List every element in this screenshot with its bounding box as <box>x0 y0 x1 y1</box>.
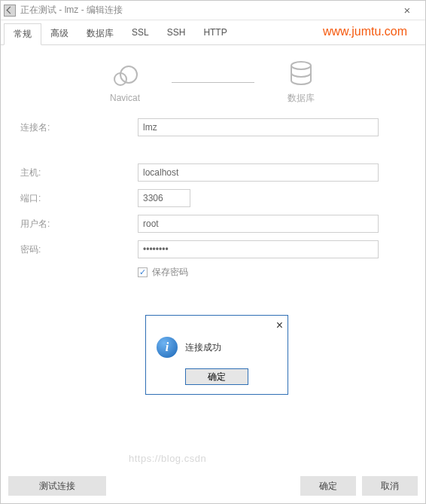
connection-diagram: Navicat 数据库 <box>10 60 416 105</box>
label-port: 端口: <box>10 192 138 205</box>
connection-line <box>172 82 254 83</box>
dialog-titlebar: × <box>146 316 288 332</box>
button-spacer <box>112 476 294 496</box>
checkbox-save-password[interactable]: ✓ <box>138 267 148 277</box>
window-close-button[interactable]: × <box>392 4 422 17</box>
form-spacer <box>10 144 416 156</box>
ok-button[interactable]: 确定 <box>300 476 356 496</box>
database-icon <box>288 60 314 89</box>
dialog-ok-button[interactable]: 确定 <box>185 368 248 385</box>
row-port: 端口: <box>10 189 416 207</box>
label-save-password: 保存密码 <box>152 266 188 279</box>
dialog-body: i 连接成功 <box>146 332 288 368</box>
tab-advanced[interactable]: 高级 <box>41 23 78 44</box>
svg-point-2 <box>291 62 311 69</box>
cancel-button[interactable]: 取消 <box>362 476 418 496</box>
row-save-password: ✓ 保存密码 <box>138 266 416 279</box>
database-label: 数据库 <box>288 92 315 105</box>
row-password: 密码: <box>10 240 416 258</box>
titlebar: 正在测试 - lmz - 编辑连接 × <box>1 1 425 20</box>
dialog-message: 连接成功 <box>185 341 221 354</box>
dialog-footer: 确定 <box>146 368 288 394</box>
database-icon-column: 数据库 <box>263 60 339 105</box>
input-connection-name[interactable] <box>138 118 379 136</box>
info-icon: i <box>157 337 178 358</box>
app-icon <box>4 5 16 17</box>
input-user[interactable] <box>138 215 379 233</box>
row-host: 主机: <box>10 163 416 182</box>
tab-ssl[interactable]: SSL <box>123 23 158 44</box>
connection-form: 连接名: 主机: 端口: 用户名: 密码: ✓ <box>10 118 416 279</box>
window-title: 正在测试 - lmz - 编辑连接 <box>20 4 392 17</box>
test-connection-button[interactable]: 测试连接 <box>8 476 106 496</box>
navicat-icon-column: Navicat <box>87 63 163 103</box>
tab-ssh[interactable]: SSH <box>158 23 195 44</box>
input-port[interactable] <box>138 189 190 207</box>
label-host: 主机: <box>10 166 138 179</box>
button-bar: 测试连接 确定 取消 <box>1 470 425 503</box>
window: 正在测试 - lmz - 编辑连接 × 常规 高级 数据库 SSL SSH HT… <box>0 0 426 504</box>
row-user: 用户名: <box>10 215 416 233</box>
svg-point-0 <box>120 66 137 83</box>
navicat-icon <box>111 63 139 90</box>
navicat-label: Navicat <box>110 93 140 103</box>
bottom-watermark: https://blog.csdn <box>129 453 206 464</box>
tab-database[interactable]: 数据库 <box>78 23 123 44</box>
label-password: 密码: <box>10 243 138 256</box>
label-user: 用户名: <box>10 218 138 231</box>
content-panel: Navicat 数据库 连接名: 主机: <box>1 45 425 470</box>
label-connection-name: 连接名: <box>10 121 138 134</box>
tab-http[interactable]: HTTP <box>194 23 236 44</box>
watermark-text: www.jumtu.com <box>323 25 407 38</box>
input-host[interactable] <box>138 163 379 182</box>
input-password[interactable] <box>138 240 379 258</box>
result-dialog: × i 连接成功 确定 <box>145 315 288 395</box>
dialog-close-button[interactable]: × <box>276 319 283 332</box>
row-connection-name: 连接名: <box>10 118 416 136</box>
tab-general[interactable]: 常规 <box>4 23 41 45</box>
